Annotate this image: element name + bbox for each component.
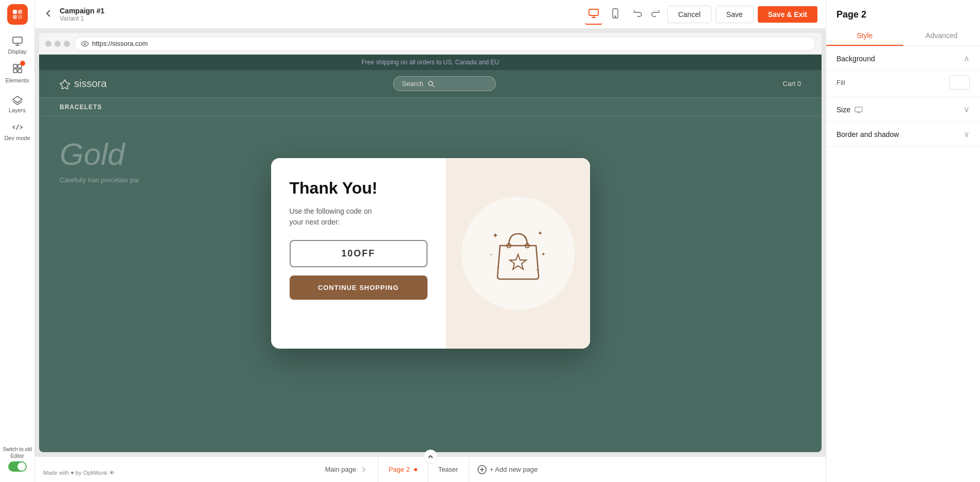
tab-teaser-label: Teaser [438,466,458,473]
add-page-label: + Add new page [490,466,538,473]
svg-point-16 [615,16,616,17]
coupon-code-box[interactable]: 10OFF [290,240,427,267]
popup-description: Use the following code on your next orde… [290,206,427,228]
elements-label: Elements [6,77,29,83]
undo-button[interactable] [630,6,645,23]
campaign-info: Campaign #1 Variant 1 [60,7,579,22]
display-icon [12,35,23,46]
url-text: https://sissora.com [92,40,148,47]
popup-illustration-circle: ✦ ✦ ✦ + + + [461,197,575,310]
desktop-btn[interactable] [585,4,602,25]
popup-desc-line1: Use the following code on [290,207,372,215]
tab-advanced-label: Advanced [925,31,957,40]
tab-style[interactable]: Style [826,26,903,46]
sidebar-item-devmode[interactable]: Dev mode [0,117,34,145]
desktop-size-icon [854,106,863,114]
svg-rect-7 [13,64,17,68]
bottom-bar: Main page Page 2 Teaser + Add new page [35,456,826,482]
dot-red [45,41,51,47]
cancel-button[interactable]: Cancel [667,6,711,23]
border-shadow-section-header[interactable]: Border and shadow ∨ [826,122,980,147]
fill-row: Fill [826,71,980,97]
svg-text:+: + [490,252,492,257]
continue-shopping-button[interactable]: CONTINUE SHOPPING [290,276,427,300]
save-exit-button[interactable]: Save & Exit [758,6,817,23]
chevron-right-icon [360,466,367,473]
dev-icon [12,122,23,133]
size-section-header[interactable]: Size ∨ [826,97,980,122]
layers-icon [12,94,23,105]
svg-rect-2 [13,15,17,19]
redo-button[interactable] [649,6,663,23]
right-panel-tabs: Style Advanced [826,26,980,46]
border-shadow-section-label: Border and shadow [836,130,899,139]
sidebar-item-layers[interactable]: Layers [0,90,34,117]
save-button[interactable]: Save [716,6,754,23]
right-panel-body: Background ∧ Fill Size ∨ Border and shad… [826,46,980,482]
svg-rect-10 [18,69,22,73]
svg-rect-0 [13,10,17,14]
mobile-btn[interactable] [607,5,624,24]
svg-rect-4 [13,37,22,43]
background-collapse-icon: ∧ [964,54,970,63]
browser-dots [45,41,70,47]
switch-editor-label: Switch to old Editor [3,446,32,459]
popup-left-panel: Thank You! Use the following code on you… [271,158,446,349]
popup-box: × Thank You! Use the following code on y… [271,158,590,349]
switch-editor-toggle[interactable] [8,461,27,472]
watermark-text: Made with ♥ by OptiMonk 👁 [43,470,115,476]
tab-page2-label: Page 2 [388,466,409,473]
watermark: Made with ♥ by OptiMonk 👁 [43,470,115,476]
popup-right-panel: ✦ ✦ ✦ + + + [446,158,590,349]
eye-icon [81,40,89,48]
fill-label: Fill [836,79,845,87]
popup-title: Thank You! [290,179,427,198]
url-bar[interactable]: https://sissora.com [74,37,815,51]
right-panel-title: Page 2 [826,0,980,20]
svg-rect-12 [589,9,598,15]
top-bar-actions: Cancel Save Save & Exit [630,6,817,23]
sidebar-item-elements[interactable]: Elements [0,59,34,88]
dot-yellow [55,41,61,47]
browser-bar: https://sissora.com [39,33,822,55]
shopping-bag-illustration: ✦ ✦ ✦ + + + [482,217,554,289]
device-buttons [585,4,624,25]
layers-label: Layers [9,107,26,113]
border-expand-icon: ∨ [964,129,970,139]
svg-rect-33 [855,107,862,112]
website-content: Free shipping on all orders to US, Canad… [39,55,822,452]
svg-rect-3 [18,15,22,19]
back-button[interactable] [43,8,54,21]
size-expand-icon: ∨ [964,105,970,114]
tab-main-page[interactable]: Main page [315,457,379,482]
campaign-variant: Variant 1 [60,15,579,22]
add-page-button[interactable]: + Add new page [469,457,546,482]
top-bar: Campaign #1 Variant 1 [35,0,826,29]
plus-circle-icon [477,465,487,474]
right-panel: Page 2 Style Advanced Background ∧ Fill … [826,0,980,482]
fill-color-swatch[interactable] [949,75,970,90]
display-label: Display [8,48,26,55]
background-section-header[interactable]: Background ∧ [826,46,980,71]
svg-text:✦: ✦ [538,230,543,237]
svg-rect-9 [13,69,17,73]
popup-desc-line2: your next order: [290,218,340,226]
app-logo[interactable] [7,4,28,25]
popup-overlay: × Thank You! Use the following code on y… [39,55,822,452]
tab-style-label: Style [857,31,872,40]
svg-point-17 [84,43,86,45]
switch-editor-section: Switch to old Editor [0,444,34,474]
svg-rect-1 [18,10,22,14]
browser-mockup: https://sissora.com Free shipping on all… [39,33,822,452]
tab-page2[interactable]: Page 2 [378,457,427,482]
sidebar-item-display[interactable]: Display [0,31,34,59]
devmode-label: Dev mode [4,135,30,141]
main-area: Campaign #1 Variant 1 [35,0,826,482]
canvas-area: https://sissora.com Free shipping on all… [35,29,826,482]
svg-marker-29 [510,254,526,269]
tab-advanced[interactable]: Advanced [903,26,981,46]
page2-active-dot [414,468,417,471]
dot-green [64,41,70,47]
svg-text:✦: ✦ [541,251,545,257]
svg-line-11 [16,125,19,130]
